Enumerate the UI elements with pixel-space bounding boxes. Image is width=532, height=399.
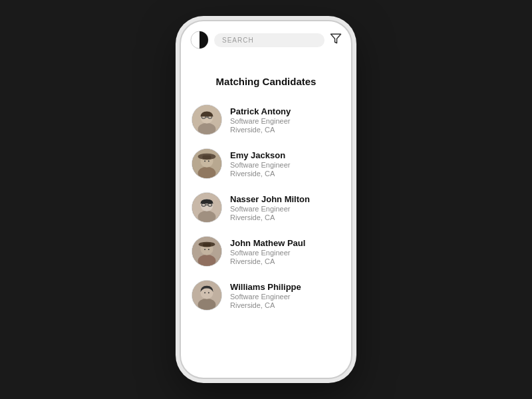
svg-point-32 <box>208 292 209 293</box>
list-item[interactable]: John Mathew Paul Software Engineer River… <box>181 229 351 273</box>
avatar <box>192 148 222 179</box>
candidate-name: Patrick Antony <box>230 106 291 116</box>
candidate-info: Patrick Antony Software Engineer Riversi… <box>230 106 291 134</box>
svg-point-13 <box>204 160 205 162</box>
candidate-info: Emy Jackson Software Engineer Riverside,… <box>230 150 291 178</box>
list-item[interactable]: Williams Philippe Software Engineer Rive… <box>181 273 351 317</box>
candidate-name: Williams Philippe <box>230 282 301 292</box>
svg-point-31 <box>204 292 205 293</box>
list-item[interactable]: Emy Jackson Software Engineer Riverside,… <box>181 142 351 186</box>
candidate-location: Riverside, CA <box>230 126 291 134</box>
avatar <box>192 236 222 267</box>
svg-marker-1 <box>331 34 341 43</box>
section-title: Matching Candidates <box>181 63 351 98</box>
candidate-info: Nasser John Milton Software Engineer Riv… <box>230 194 310 221</box>
candidate-location: Riverside, CA <box>230 170 291 178</box>
svg-point-26 <box>204 249 205 250</box>
phone-frame: SEARCH Matching Candidates <box>180 20 352 379</box>
candidate-role: Software Engineer <box>230 117 291 125</box>
candidate-role: Software Engineer <box>230 161 291 169</box>
candidate-info: John Mathew Paul Software Engineer River… <box>230 238 305 265</box>
phone-header: SEARCH <box>181 21 351 56</box>
avatar <box>192 104 222 135</box>
app-logo-icon <box>190 31 209 49</box>
svg-point-14 <box>208 160 209 162</box>
candidate-location: Riverside, CA <box>230 301 301 309</box>
svg-rect-25 <box>203 243 210 247</box>
list-item[interactable]: Patrick Antony Software Engineer Riversi… <box>181 98 351 142</box>
search-bar[interactable]: SEARCH <box>214 33 325 47</box>
search-placeholder-text: SEARCH <box>222 37 254 44</box>
svg-rect-12 <box>202 156 211 160</box>
candidate-name: Emy Jackson <box>230 150 291 160</box>
candidate-info: Williams Philippe Software Engineer Rive… <box>230 282 301 309</box>
avatar <box>192 192 222 223</box>
candidate-list: Patrick Antony Software Engineer Riversi… <box>181 98 351 317</box>
candidate-location: Riverside, CA <box>230 257 305 265</box>
svg-point-27 <box>208 249 209 250</box>
candidate-location: Riverside, CA <box>230 213 310 221</box>
filter-icon[interactable] <box>330 33 342 47</box>
candidate-name: John Mathew Paul <box>230 238 305 248</box>
candidate-role: Software Engineer <box>230 205 310 213</box>
candidate-role: Software Engineer <box>230 293 301 301</box>
avatar <box>192 280 222 311</box>
list-item[interactable]: Nasser John Milton Software Engineer Riv… <box>181 186 351 229</box>
phone-content: Matching Candidates <box>181 56 351 378</box>
candidate-name: Nasser John Milton <box>230 194 310 204</box>
candidate-role: Software Engineer <box>230 249 305 257</box>
